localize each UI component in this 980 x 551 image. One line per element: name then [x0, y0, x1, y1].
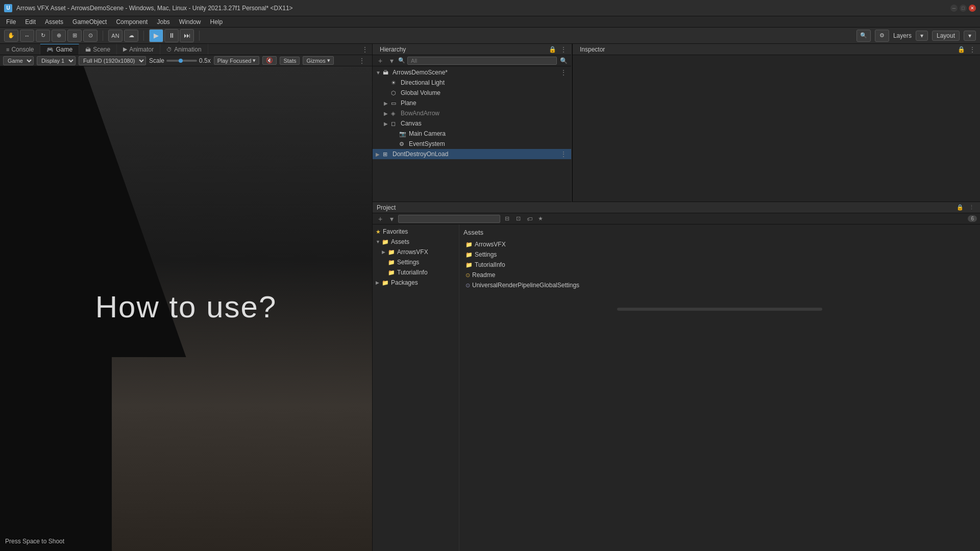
tool-hand[interactable]: ✋ [4, 30, 18, 42]
project-sidebar: ★ Favorites ▼ 📁 Assets ▶ 📁 ArrowsVFX [373, 224, 459, 551]
menu-assets[interactable]: Assets [41, 17, 67, 27]
hier-more-dd[interactable]: ⋮ [559, 149, 568, 159]
hier-item-maincamera[interactable]: 📷 Main Camera [373, 129, 571, 139]
project-scroll-spacer [463, 290, 976, 306]
tab-game[interactable]: 🎮 Game [40, 44, 79, 55]
account-btn[interactable]: AN [108, 30, 122, 42]
settings-btn[interactable]: ⚙ [875, 30, 889, 42]
scale-slider[interactable] [166, 60, 197, 62]
play-button[interactable]: ▶ [149, 29, 163, 42]
pause-button[interactable]: ⏸ [164, 29, 179, 42]
hier-item-bowandarrow[interactable]: ▶ ◈ BowAndArrow [373, 108, 571, 118]
scale-value: 0.5x [199, 57, 211, 64]
stats-btn[interactable]: Stats [280, 57, 300, 65]
hierarchy-lock-btn[interactable]: 🔒 [548, 45, 557, 54]
layout-dropdown[interactable]: ▾ [964, 31, 976, 41]
scale-control: Scale 0.5x [149, 57, 211, 64]
menu-help[interactable]: Help [206, 17, 227, 27]
tab-animator[interactable]: ▶ Animator [117, 44, 160, 55]
tab-console[interactable]: ≡ Console [0, 44, 40, 55]
hier-item-dontdestroy[interactable]: ▶ ⊞ DontDestroyOnLoad ⋮ [373, 149, 571, 159]
hier-item-directionallight[interactable]: ☀ Directional Light [373, 78, 571, 88]
inspector-more-btn[interactable]: ⋮ [968, 45, 977, 54]
inspector-lock-btn[interactable]: 🔒 [957, 45, 966, 54]
project-filter-btn[interactable]: ⊟ [502, 214, 511, 223]
asset-settings[interactable]: 📁 Settings [463, 249, 976, 260]
hierarchy-search-input[interactable] [407, 57, 557, 65]
menu-edit[interactable]: Edit [21, 17, 40, 27]
project-scrollbar-horizontal[interactable] [617, 308, 822, 311]
menu-window[interactable]: Window [175, 17, 205, 27]
play-focused-btn[interactable]: Play Focused ▾ [214, 56, 260, 65]
project-badge: 6 [968, 215, 977, 222]
inspector-tab-bar: Inspector 🔒 ⋮ [573, 44, 980, 55]
hier-item-arrowsdemoscene[interactable]: ▼ 🏔 ArrowsDemoScene* ⋮ [373, 67, 571, 78]
inspector-tab[interactable]: Inspector [576, 45, 609, 54]
display-select[interactable]: Game [3, 56, 34, 65]
hier-more-arrowsdemoscene[interactable]: ⋮ [559, 68, 568, 77]
asset-settings-icon: 📁 [465, 252, 473, 258]
layers-dropdown[interactable]: ▾ [916, 31, 928, 41]
resolution-select[interactable]: Full HD (980x551) [79, 56, 146, 65]
hierarchy-more-btn[interactable]: ⋮ [559, 45, 568, 54]
hierarchy-add-btn[interactable]: + [376, 56, 385, 65]
project-star-btn[interactable]: ★ [536, 214, 545, 223]
project-add-dropdown[interactable]: ▾ [387, 214, 396, 223]
hier-item-canvas[interactable]: ▶ ◻ Canvas [373, 118, 571, 129]
hier-item-eventsystem[interactable]: ⚙ EventSystem [373, 139, 571, 149]
tool-rect[interactable]: ⊞ [67, 30, 82, 42]
game-toolbar-more[interactable]: ⋮ [355, 57, 369, 64]
hierarchy-options-btn[interactable]: ▾ [387, 56, 396, 65]
menu-jobs[interactable]: Jobs [153, 17, 174, 27]
menu-gameobject[interactable]: GameObject [68, 17, 111, 27]
project-add-btn[interactable]: + [376, 214, 385, 223]
sidebar-assets[interactable]: ▼ 📁 Assets [373, 237, 459, 247]
step-button[interactable]: ⏭ [180, 29, 194, 42]
menu-component[interactable]: Component [112, 17, 152, 27]
tool-rotate[interactable]: ↻ [36, 30, 50, 42]
game-viewport[interactable]: How to use? Press Space to Shoot [0, 66, 372, 551]
tab-more-btn[interactable]: ⋮ [358, 44, 372, 55]
sidebar-packages[interactable]: ▶ 📁 Packages [373, 278, 459, 288]
project-search-input[interactable] [398, 215, 500, 223]
tool-transform[interactable]: ⊙ [83, 30, 97, 42]
project-view-btn[interactable]: ⊡ [513, 214, 523, 223]
cloud-btn[interactable]: ☁ [124, 30, 138, 42]
tab-scene[interactable]: 🏔 Scene [79, 44, 117, 55]
hier-label-es: EventSystem [409, 140, 445, 147]
menu-file[interactable]: File [2, 17, 20, 27]
maximize-button[interactable]: □ [960, 5, 967, 12]
search-global-btn[interactable]: 🔍 [856, 30, 871, 42]
sidebar-arrowsvfx[interactable]: ▶ 📁 ArrowsVFX [373, 247, 459, 257]
minimize-button[interactable]: ─ [950, 5, 958, 12]
hier-label-mc: Main Camera [409, 130, 446, 137]
asset-arrowsvfx[interactable]: 📁 ArrowsVFX [463, 239, 976, 249]
hierarchy-search-btn[interactable]: 🔍 [559, 56, 568, 65]
asset-arrowsvfx-label: ArrowsVFX [475, 241, 506, 248]
tab-animation[interactable]: ⏱ Animation [160, 44, 208, 55]
asset-readme[interactable]: ⊙ Readme [463, 270, 976, 280]
asset-tutorialinfo[interactable]: 📁 TutorialInfo [463, 260, 976, 270]
display-num-select[interactable]: Display 1 [37, 56, 76, 65]
tool-scale[interactable]: ⊕ [52, 30, 66, 42]
sidebar-settings[interactable]: 📁 Settings [373, 257, 459, 267]
asset-urp-settings[interactable]: ⊙ UniversalRenderPipelineGlobalSettings [463, 280, 976, 290]
hier-icon-mc: 📷 [399, 131, 407, 137]
app-icon: U [4, 4, 12, 12]
sidebar-tutorialinfo[interactable]: 📁 TutorialInfo [373, 267, 459, 278]
project-lock-btn[interactable]: 🔒 [955, 203, 965, 212]
mute-btn[interactable]: 🔇 [262, 56, 277, 65]
hier-item-plane[interactable]: ▶ ▭ Plane [373, 98, 571, 108]
project-tag-btn[interactable]: 🏷 [525, 214, 534, 223]
sidebar-favorites[interactable]: ★ Favorites [373, 227, 459, 237]
project-more-btn[interactable]: ⋮ [967, 203, 976, 212]
settings-icon: 📁 [388, 259, 395, 266]
tool-move[interactable]: ↔ [20, 30, 34, 42]
layout-btn[interactable]: Layout [932, 31, 960, 41]
assets-label: Assets [391, 238, 409, 245]
hierarchy-tab[interactable]: Hierarchy [376, 45, 410, 54]
gizmos-btn[interactable]: Gizmos ▾ [303, 56, 333, 65]
close-button[interactable]: ✕ [969, 5, 976, 12]
hier-item-globalvolume[interactable]: ⬡ Global Volume [373, 88, 571, 98]
hier-icon-plane: ▭ [391, 100, 399, 107]
